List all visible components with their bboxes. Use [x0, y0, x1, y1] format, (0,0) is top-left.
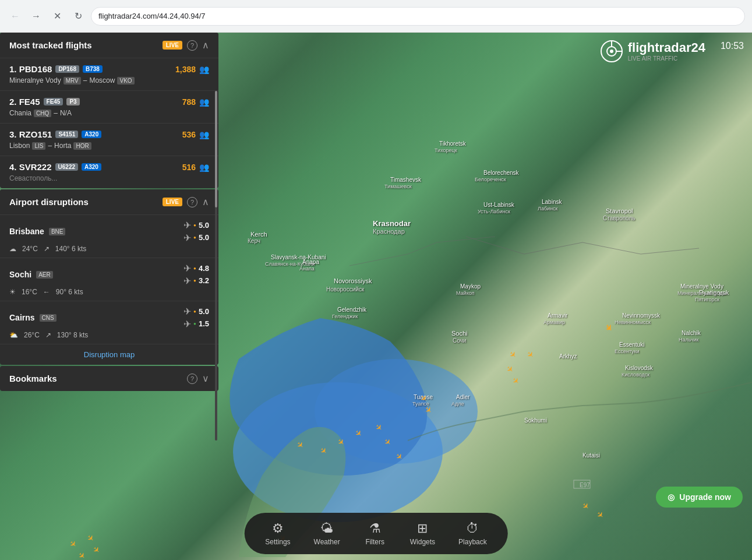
close-button[interactable]: ✕	[49, 8, 65, 24]
upgrade-label: Upgrade now	[679, 492, 731, 502]
city-belorechensk: Belorechensk	[483, 170, 519, 176]
destination-4: Севастополь...	[9, 174, 57, 182]
cairns-name: Cairns	[9, 313, 35, 322]
address-bar[interactable]: flightradar24.com/44.24,40.94/7	[91, 7, 745, 26]
toolbar-playback[interactable]: ⏱ Playback	[447, 517, 499, 550]
most-tracked-help[interactable]: ?	[187, 40, 197, 51]
toolbar-filters[interactable]: ⚗ Filters	[352, 517, 398, 550]
sochi-dep-icon: ✈	[183, 275, 191, 286]
forward-button[interactable]: →	[28, 8, 44, 24]
city-ust-labinsk-2: Ust-Labinsk	[483, 202, 514, 208]
city-mineralnye-cyr: Минеральные Воды	[677, 290, 726, 296]
weather-label: Weather	[314, 538, 340, 546]
city-ust-labinsk-cyr: Усть-Лабинск	[478, 209, 510, 214]
most-tracked-header: Most tracked flights LIVE ? ∧	[0, 33, 218, 58]
upgrade-icon: ◎	[668, 492, 675, 502]
city-adler: Adler	[456, 394, 469, 400]
cairns-wind-dir: ↗	[45, 331, 51, 339]
cairns-dep-icon: ✈	[183, 318, 191, 329]
airport-disruptions-panel: Airport disruptions LIVE ? ∧ Brisbane BN…	[0, 189, 218, 365]
destination-3: Horta	[54, 142, 71, 150]
flight-badge-a320-2: A320	[82, 163, 101, 171]
origin-3: Lisbon	[9, 142, 30, 150]
sochi-dot1: ●	[193, 266, 196, 271]
toolbar-widgets[interactable]: ⊞ Widgets	[398, 517, 447, 550]
flight-count-4: 516	[182, 163, 196, 172]
disruptions-title: Airport disruptions	[9, 197, 158, 207]
scrollbar-thumb[interactable]	[215, 91, 217, 207]
toolbar-weather[interactable]: 🌤 Weather	[302, 517, 352, 550]
cairns-dot2: ●	[193, 321, 196, 326]
city-armavir: Armavir	[548, 312, 567, 319]
brisbane-weather-icon: ☁	[9, 245, 16, 253]
flight-count-1: 1,388	[175, 65, 196, 74]
bookmarks-collapse[interactable]: ∨	[202, 373, 209, 384]
playback-icon: ⏱	[466, 521, 479, 536]
people-icon-1: 👥	[199, 65, 209, 74]
sochi-score1: 4.8	[199, 264, 209, 273]
flight-badge-u6222: U6222	[55, 163, 78, 171]
people-icon-3: 👥	[199, 130, 209, 139]
dest-code-3: HOR	[73, 142, 91, 150]
city-nevinnomyssk: Nevinnomyssk	[622, 312, 660, 319]
city-kerch: Kerch	[250, 231, 267, 238]
logo-text: flightradar24	[628, 41, 705, 55]
bookmarks-title: Bookmarks	[9, 374, 187, 383]
sochi-score2: 3.2	[199, 276, 209, 285]
disruption-sochi[interactable]: Sochi AER ✈ ● 4.8 ✈ ● 3.2	[0, 258, 218, 301]
disruptions-collapse[interactable]: ∧	[202, 196, 209, 207]
city-novorossiysk: Novorossiysk	[334, 277, 372, 284]
city-belorechensk-cyr: Белореченск	[475, 177, 506, 182]
bottom-toolbar: ⚙ Settings 🌤 Weather ⚗ Filters ⊞ Widgets…	[244, 513, 508, 554]
city-arkhyz: Arkhyz	[559, 353, 577, 360]
flight-rank-1: 1. PBD168	[9, 64, 52, 74]
city-kislovodsk-cyr: Кисловодск	[622, 372, 649, 378]
city-kerch-cyr: Керч	[248, 238, 260, 244]
flight-rank-3: 3. RZO151	[9, 129, 52, 139]
flight-badge-a320-1: A320	[82, 131, 101, 138]
upgrade-button[interactable]: ◎ Upgrade now	[656, 487, 743, 508]
city-labinsk: Labinsk	[542, 199, 562, 205]
disruption-cairns[interactable]: Cairns CNS ✈ ● 5.0 ✈ ● 1.5	[0, 301, 218, 344]
cairns-score1: 5.0	[199, 307, 209, 316]
playback-label: Playback	[458, 538, 487, 546]
flight-item-1[interactable]: 1. PBD168 DP168 B738 1,388 👥 Mineralnye …	[0, 58, 218, 90]
brisbane-temp: 24°C	[22, 245, 38, 253]
flight-item-3[interactable]: 3. RZO151 S4151 A320 536 👥 Lisbon LIS – …	[0, 123, 218, 156]
sochi-temp: 16°C	[22, 288, 37, 296]
most-tracked-collapse[interactable]: ∧	[202, 40, 209, 51]
brisbane-arr-icon: ✈	[183, 220, 191, 231]
main-container: E97 Krasnodar Краснодар Novorossiysk Нов…	[0, 33, 752, 560]
city-essentuki-cyr: Ессентуки	[615, 348, 640, 354]
disruption-map-link[interactable]: Disruption map	[0, 344, 218, 365]
people-icon-4: 👥	[199, 163, 209, 172]
flight-badge-b738: B738	[83, 65, 103, 73]
dest-code-1: VKO	[117, 77, 134, 84]
flightradar-logo: flightradar24 LIVE AIR TRAFFIC	[600, 40, 705, 63]
disruption-brisbane[interactable]: Brisbane BNE ✈ ● 5.0 ✈ ● 5.0	[0, 214, 218, 258]
disruptions-help[interactable]: ?	[187, 197, 197, 207]
disruptions-live: LIVE	[163, 198, 182, 206]
destination-1: Moscow	[89, 76, 115, 84]
reload-button[interactable]: ↻	[70, 8, 86, 24]
toolbar-settings[interactable]: ⚙ Settings	[253, 517, 302, 550]
city-stavropol: Stavropol	[606, 207, 633, 214]
most-tracked-live: LIVE	[163, 41, 182, 50]
flight-item-4[interactable]: 4. SVR222 U6222 A320 516 👥 Севастополь..…	[0, 156, 218, 188]
browser-chrome: ← → ✕ ↻ flightradar24.com/44.24,40.94/7	[0, 0, 752, 33]
origin-code-1: MRV	[63, 77, 81, 84]
city-timashevsk: Timashevsk	[390, 177, 421, 183]
sidebar-scrollbar[interactable]	[215, 91, 217, 441]
flight-badge-s4151: S4151	[55, 131, 78, 138]
city-maykop: Maykop	[460, 283, 481, 290]
flight-item-2[interactable]: 2. FE45 FE45 P3 788 👥 Chania CHQ – N/A	[0, 90, 218, 123]
separator-3: –	[48, 142, 52, 150]
back-button[interactable]: ←	[7, 8, 23, 24]
cairns-temp: 26°C	[24, 331, 40, 339]
brisbane-dot1: ●	[193, 223, 196, 228]
bookmarks-help[interactable]: ?	[187, 374, 197, 384]
flight-rank-2: 2. FE45	[9, 97, 40, 107]
sochi-arr-icon: ✈	[183, 263, 191, 274]
svg-point-6	[610, 50, 613, 53]
sochi-name: Sochi	[9, 270, 31, 279]
